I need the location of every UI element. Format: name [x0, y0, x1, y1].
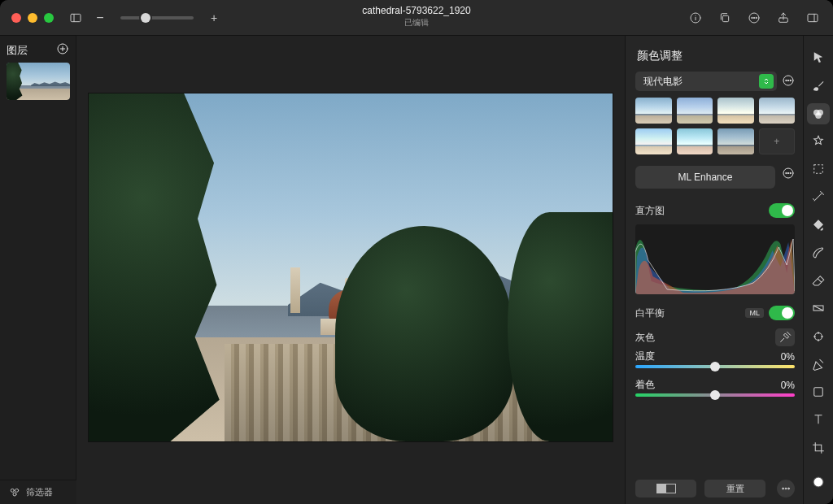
tint-slider[interactable] — [635, 393, 795, 397]
preset-more-icon[interactable] — [782, 74, 795, 89]
histogram-label: 直方图 — [635, 204, 665, 218]
svg-point-11 — [786, 80, 787, 80]
tint-label: 着色 — [635, 378, 655, 392]
panels-icon[interactable] — [804, 9, 822, 27]
preset-thumb[interactable] — [677, 98, 713, 124]
svg-point-18 — [783, 488, 784, 489]
preset-thumb[interactable] — [635, 98, 672, 124]
temperature-value: 0% — [781, 351, 795, 363]
magic-wand-tool[interactable] — [807, 186, 830, 207]
preset-select[interactable]: 现代电影 — [635, 72, 777, 91]
svg-point-16 — [787, 172, 788, 173]
svg-point-19 — [785, 488, 787, 489]
eyedropper-button[interactable] — [775, 328, 795, 346]
titlebar: − + cathedral-5793622_1920 已编辑 — [0, 0, 833, 36]
filter-label[interactable]: 筛选器 — [26, 486, 53, 498]
svg-point-31 — [13, 493, 16, 496]
split-compare-icon — [656, 484, 676, 493]
ml-more-icon[interactable] — [782, 167, 795, 182]
share-icon[interactable] — [774, 9, 792, 27]
preset-thumb[interactable] — [759, 98, 796, 124]
svg-rect-2 — [722, 15, 728, 21]
white-balance-toggle[interactable] — [769, 306, 795, 320]
zoom-out-button[interactable]: − — [94, 9, 106, 27]
svg-point-23 — [815, 112, 822, 119]
histogram-toggle[interactable] — [769, 203, 795, 218]
temperature-slider[interactable] — [635, 365, 795, 368]
svg-point-13 — [790, 80, 791, 80]
info-icon[interactable] — [687, 9, 704, 27]
color-swatch[interactable] — [807, 471, 830, 493]
temperature-label: 温度 — [635, 350, 655, 363]
canvas-image[interactable] — [89, 93, 613, 441]
maximize-window[interactable] — [44, 13, 54, 23]
eraser-tool[interactable] — [807, 270, 830, 291]
add-layer-icon[interactable] — [56, 42, 69, 58]
ml-chip[interactable]: ML — [745, 308, 764, 318]
pen-tool[interactable] — [807, 354, 830, 375]
color-adjust-tool[interactable] — [807, 103, 830, 124]
effects-tool[interactable] — [807, 131, 830, 152]
svg-point-29 — [11, 489, 14, 492]
svg-point-17 — [790, 172, 791, 173]
layers-heading: 图层 — [7, 43, 28, 58]
svg-rect-27 — [814, 388, 823, 397]
reset-button[interactable]: 重置 — [704, 480, 765, 497]
more-icon[interactable] — [745, 9, 763, 27]
preset-thumb[interactable] — [635, 128, 672, 154]
window-controls — [11, 13, 54, 23]
preset-selected-label: 现代电影 — [643, 75, 683, 89]
filter-icon[interactable] — [8, 486, 21, 499]
svg-point-15 — [786, 172, 787, 173]
paint-tool[interactable] — [807, 242, 830, 263]
svg-point-6 — [756, 17, 757, 18]
preset-chevrons-icon — [759, 74, 774, 89]
svg-rect-24 — [814, 165, 823, 174]
ml-enhance-button[interactable]: ML Enhance — [635, 166, 775, 189]
preset-thumb[interactable] — [717, 98, 754, 124]
document-title-block: cathedral-5793622_1920 已编辑 — [362, 5, 470, 28]
svg-rect-0 — [71, 14, 81, 21]
svg-point-30 — [15, 489, 19, 492]
repair-tool[interactable] — [807, 326, 830, 347]
crop-tool[interactable] — [807, 437, 830, 458]
layers-panel: 图层 — [0, 36, 76, 504]
document-status: 已编辑 — [362, 17, 470, 28]
panel-heading: 颜色调整 — [637, 49, 795, 63]
layer-thumbnail[interactable] — [7, 63, 70, 100]
panel-more-icon[interactable] — [777, 480, 795, 497]
zoom-in-button[interactable]: + — [208, 9, 220, 27]
shape-tool[interactable] — [807, 381, 830, 402]
tool-rail — [804, 36, 833, 504]
document-title: cathedral-5793622_1920 — [362, 5, 470, 16]
preset-thumbnails: + — [635, 98, 795, 154]
text-tool[interactable] — [807, 409, 830, 430]
preset-thumb-selected[interactable] — [717, 128, 754, 154]
marquee-tool[interactable] — [807, 159, 830, 180]
filter-bar: 筛选器 — [0, 480, 76, 504]
zoom-slider[interactable] — [120, 16, 194, 20]
arrow-tool[interactable] — [807, 47, 830, 68]
minimize-window[interactable] — [28, 13, 37, 23]
svg-point-20 — [788, 488, 790, 489]
svg-point-28 — [813, 477, 823, 487]
histogram — [635, 224, 795, 294]
brush-tool[interactable] — [807, 75, 830, 96]
white-balance-label: 白平衡 — [635, 306, 665, 320]
add-preset-button[interactable]: + — [759, 128, 796, 154]
svg-rect-8 — [808, 14, 818, 21]
color-adjust-panel: 颜色调整 现代电影 + — [625, 36, 804, 504]
svg-point-4 — [752, 17, 752, 18]
preset-thumb[interactable] — [677, 128, 713, 154]
close-window[interactable] — [11, 13, 21, 23]
gradient-tool[interactable] — [807, 298, 830, 319]
fill-tool[interactable] — [807, 215, 830, 236]
split-compare-button[interactable] — [635, 480, 696, 497]
gray-label: 灰色 — [635, 331, 655, 345]
duplicate-icon[interactable] — [716, 9, 734, 27]
svg-point-5 — [753, 17, 754, 18]
tint-value: 0% — [781, 380, 795, 391]
svg-point-12 — [787, 80, 788, 80]
sidebar-toggle-icon[interactable] — [67, 9, 85, 27]
canvas-area — [76, 36, 625, 504]
